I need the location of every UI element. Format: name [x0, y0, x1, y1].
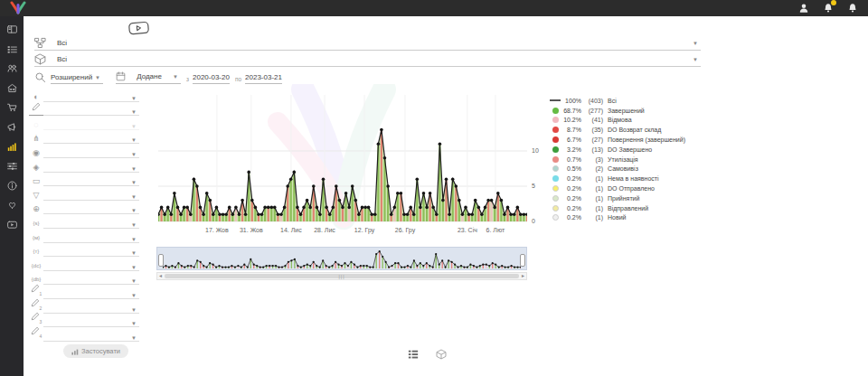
scrollbar-thumb[interactable]: |||: [165, 274, 519, 278]
db-param-filter-select[interactable]: ▼: [43, 274, 139, 285]
sidebar-settings-icon[interactable]: [6, 160, 18, 172]
hierarchy-filter-row[interactable]: ⋔▼: [29, 130, 139, 145]
legend-count: (13): [583, 146, 603, 153]
chevron-down-icon: ▼: [131, 194, 137, 200]
legend-item[interactable]: 3.2%(13)DO Завершено: [549, 145, 685, 155]
legend-count: (1): [583, 195, 603, 202]
custom-field-1-filter-select[interactable]: ▼: [43, 288, 139, 299]
custom-field-2-filter-select[interactable]: ▼: [43, 303, 139, 314]
funnel-filter-select[interactable]: ▼: [43, 190, 139, 201]
y-tick-label: 0: [532, 218, 535, 224]
legend-item[interactable]: 0.2%(1)Нема в наявності: [549, 174, 685, 183]
legend-item[interactable]: 0.2%(1)Новий: [549, 213, 685, 223]
m-param-filter-select[interactable]: ▼: [43, 232, 139, 243]
sidebar-info-icon[interactable]: [6, 180, 18, 192]
orders-chart[interactable]: [158, 90, 527, 222]
funnel-filter-row[interactable]: ▽▼: [29, 186, 139, 201]
legend-percent: 10.2%: [563, 117, 581, 123]
custom-field-2-filter-row[interactable]: 2▼: [29, 299, 139, 314]
legend-label: Відмова: [608, 117, 632, 123]
custom-field-3-filter-select[interactable]: ▼: [43, 316, 139, 327]
scroll-right-arrow[interactable]: ▸: [522, 273, 524, 279]
custom-field-4-filter-row[interactable]: 4▼: [29, 327, 139, 342]
sidebar-store-icon[interactable]: [6, 82, 18, 94]
hierarchy-filter-select[interactable]: ▼: [43, 133, 139, 144]
legend-percent: 0.7%: [563, 156, 581, 163]
signature-filter-select[interactable]: ▼: [43, 105, 139, 116]
search-icon[interactable]: [34, 71, 46, 83]
t-param-filter-row[interactable]: {т}▼: [29, 243, 139, 258]
globe-filter-select[interactable]: ▼: [43, 91, 139, 102]
date-field-select[interactable]: Додане ▼: [116, 71, 181, 84]
sidebar-partners-icon[interactable]: [6, 199, 18, 211]
payment-filter-select[interactable]: ▼: [43, 175, 139, 186]
custom-field-3-filter-row[interactable]: 3▼: [29, 314, 139, 328]
scroll-left-arrow[interactable]: ◂: [159, 273, 162, 279]
db-param-filter-row[interactable]: {db}▼: [29, 271, 139, 286]
category-filter-row[interactable]: Всі ▼: [34, 36, 701, 51]
sidebar-cart-icon[interactable]: [6, 101, 18, 113]
funnel-filter-icon: ▽: [29, 191, 43, 201]
legend-item[interactable]: 100%(403)Всі: [549, 96, 685, 106]
date-from-input[interactable]: 2020-03-20: [193, 73, 230, 84]
list-view-toggle-icon[interactable]: [408, 349, 419, 360]
legend-item[interactable]: 10.2%(41)Відмова: [549, 116, 685, 126]
legend-label: Нема в наявності: [608, 175, 659, 182]
package-filter-row[interactable]: ◈▼: [29, 158, 139, 173]
minimap-right-handle[interactable]: [520, 254, 525, 267]
product-filter-row[interactable]: Всі ▼: [34, 52, 701, 67]
dc-param-filter-row[interactable]: {dc}▼: [29, 257, 139, 271]
screencast-icon[interactable]: [127, 21, 151, 36]
minimap-left-handle[interactable]: [158, 254, 164, 267]
m-param-filter-row[interactable]: {м}▼: [29, 229, 139, 243]
search-mode-select[interactable]: Розширений ▼: [51, 73, 103, 84]
globe-filter-row[interactable]: ◐▼: [29, 88, 139, 102]
fingerprint-filter-icon: ◉: [29, 148, 43, 158]
package-filter-select[interactable]: ▼: [43, 162, 139, 173]
y-tick-label: 5: [532, 183, 535, 189]
fingerprint-filter-row[interactable]: ◉▼: [29, 144, 139, 158]
help-filter-row[interactable]: ◌▼: [29, 116, 139, 130]
custom-field-1-filter-row[interactable]: 1▼: [29, 285, 139, 299]
fingerprint-filter-select[interactable]: ▼: [43, 147, 139, 158]
app-logo-icon[interactable]: [5, 1, 32, 15]
payment-filter-row[interactable]: ▭▼: [29, 173, 139, 187]
apply-filters-button[interactable]: Застосувати: [63, 344, 128, 358]
legend-count: (403): [583, 98, 603, 104]
s-param-filter-icon: {s}: [29, 218, 43, 229]
custom-field-1-filter-icon: 1: [29, 284, 43, 299]
region-filter-row[interactable]: ⊕▼: [29, 201, 139, 215]
s-param-filter-select[interactable]: ▼: [43, 218, 139, 229]
user-avatar-icon[interactable]: [797, 2, 810, 14]
sidebar-analytics-icon[interactable]: [6, 141, 18, 153]
dc-param-filter-select[interactable]: ▼: [43, 260, 139, 271]
legend-item[interactable]: 0.2%(1)Прийнятий: [549, 193, 685, 203]
legend-item[interactable]: 8.7%(35)DO Возврат склад: [549, 125, 685, 135]
legend-item[interactable]: 0.5%(2)Самовивіз: [549, 164, 685, 174]
sidebar-video-icon[interactable]: [6, 219, 18, 230]
chart-scrollbar[interactable]: ◂ ||| ▸: [156, 272, 527, 280]
sidebar-orders-icon[interactable]: [6, 43, 18, 55]
chevron-down-icon: ▼: [693, 41, 698, 46]
legend-item[interactable]: 6.7%(27)Повернення (завершений): [549, 135, 685, 145]
chevron-down-icon: ▼: [693, 57, 698, 62]
legend-item[interactable]: 0.2%(1)Відправлений: [549, 203, 685, 213]
notifications-bell-icon[interactable]: [822, 2, 835, 14]
notifications-muted-icon[interactable]: [846, 2, 859, 14]
sidebar-dashboard-icon[interactable]: [6, 24, 18, 35]
signature-filter-row[interactable]: ▼: [29, 102, 139, 117]
product-view-toggle-icon[interactable]: [436, 349, 447, 360]
s-param-filter-row[interactable]: {s}▼: [29, 214, 139, 229]
t-param-filter-select[interactable]: ▼: [43, 246, 139, 257]
region-filter-select[interactable]: ▼: [43, 203, 139, 214]
chart-minimap[interactable]: [156, 247, 527, 270]
legend-item[interactable]: 0.2%(1)DO Отправлено: [549, 183, 685, 193]
legend-item[interactable]: 0.7%(3)Утилізація: [549, 155, 685, 164]
help-filter-select[interactable]: ▼: [43, 119, 139, 130]
custom-field-4-filter-select[interactable]: ▼: [43, 331, 139, 342]
sidebar-marketing-icon[interactable]: [6, 121, 18, 133]
date-to-input[interactable]: 2023-03-21: [245, 73, 282, 84]
legend-item[interactable]: 68.7%(277)Завершений: [549, 106, 685, 116]
date-to-label: по: [235, 76, 241, 82]
sidebar-customers-icon[interactable]: [6, 62, 18, 74]
